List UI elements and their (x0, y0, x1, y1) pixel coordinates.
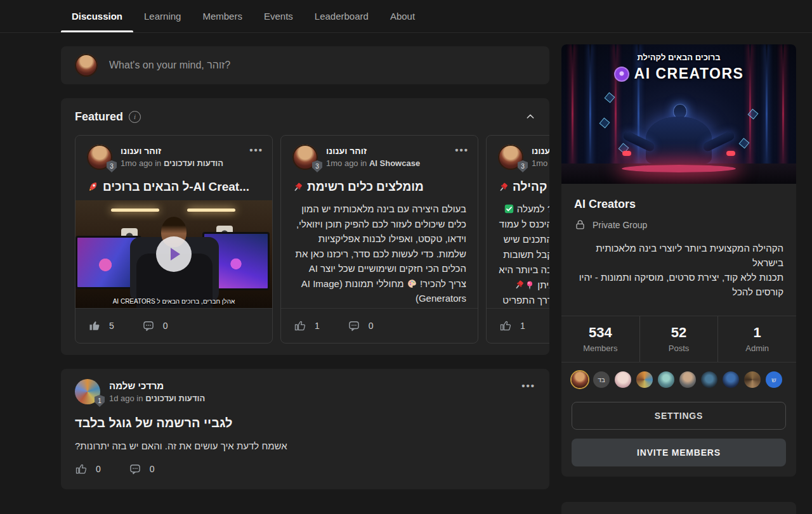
check-icon (504, 203, 514, 214)
like-button[interactable]: 1 (294, 319, 320, 332)
post-composer[interactable]: What's on your mind, זוהר? (61, 46, 549, 84)
stat-posts[interactable]: 52 Posts (639, 316, 718, 362)
comment-count: 0 (163, 321, 168, 331)
member-avatar[interactable]: ש (766, 371, 782, 388)
banner-welcome-text: ברוכים הבאים לקהילת (561, 53, 796, 62)
like-count: 1 (520, 321, 525, 331)
post-title: רשימתכליםמומלצים (281, 170, 478, 194)
stat-admins[interactable]: 1 Admin (717, 316, 796, 362)
member-avatar[interactable] (658, 371, 674, 388)
like-button[interactable]: 0 (75, 463, 101, 475)
post-menu-icon[interactable]: ••• (521, 380, 535, 391)
author-avatar: 3 (498, 145, 523, 170)
member-avatars-row: בדש (561, 363, 796, 397)
featured-header: Featured i (61, 98, 549, 135)
post-actions: 5 0 (75, 308, 272, 343)
featured-post-card[interactable]: 3 זוהר וענונו 1mo ago in AI Showcase •••… (280, 135, 478, 344)
post-title: לגביי הרשמה של גוגל בלבד (75, 416, 535, 430)
featured-cards-row: 3 זוהר וענונו 1mo ago in הודעות ועדכונים… (61, 135, 549, 344)
sidebar: ברוכים הבאים לקהילת AI CREATORS AI Creat… (561, 44, 796, 514)
post-meta: 1d ago in הודעות ועדכונים (109, 394, 205, 403)
tab-members[interactable]: Members (192, 0, 253, 32)
author-name: זוהר וענונו (121, 146, 223, 156)
top-nav: Discussion Learning Members Events Leade… (0, 0, 812, 33)
member-avatar[interactable] (701, 371, 717, 388)
post-header: 3 זוהר וענונו 1mo ago in AI Showcase ••• (281, 136, 478, 170)
post-header: 3 זוהר וענונו 1mo ago in (487, 136, 549, 170)
feed-column: What's on your mind, זוהר? Featured i 3 (61, 33, 549, 489)
post-meta: 1mo ago in (532, 158, 549, 168)
group-banner-image: ברוכים הבאים לקהילת AI CREATORS (561, 44, 796, 184)
comment-count: 0 (150, 464, 155, 474)
community-page: Discussion Learning Members Events Leade… (0, 0, 812, 514)
post-actions: 1 (487, 308, 549, 343)
group-privacy: Private Group (561, 211, 796, 231)
tab-leaderboard[interactable]: Leaderboard (304, 0, 379, 32)
privacy-label: Private Group (593, 220, 647, 230)
settings-button[interactable]: SETTINGS (572, 402, 786, 430)
post-title: קהילה (487, 170, 549, 194)
post-category[interactable]: AI Showcase (369, 158, 420, 168)
post-menu-icon[interactable]: ••• (455, 145, 469, 155)
post-header: 3 זוהר וענונו 1mo ago in הודעות ועדכונים… (75, 136, 272, 170)
tab-discussion[interactable]: Discussion (61, 0, 133, 32)
featured-post-card[interactable]: 3 זוהר וענונו 1mo ago in קהילה למעלה ?הי… (486, 135, 549, 344)
post-card[interactable]: 1 מרדכי שלמה 1d ago in הודעות ועדכונים •… (61, 369, 549, 489)
member-avatar[interactable] (744, 371, 761, 388)
leaderboard-card: Leaderboard (30-days) (561, 502, 796, 514)
comment-button[interactable]: 0 (348, 319, 374, 332)
banner-group-name: AI CREATORS (634, 65, 744, 82)
info-icon[interactable]: i (129, 111, 141, 123)
post-category[interactable]: הודעות ועדכונים (145, 394, 205, 403)
comment-button[interactable]: 0 (129, 463, 155, 475)
like-button[interactable]: 5 (88, 319, 114, 332)
group-card: ברוכים הבאים לקהילת AI CREATORS AI Creat… (561, 44, 796, 477)
post-title: ברוכיםהבאיםל-AICreat... (75, 170, 272, 194)
pin-icon (514, 279, 525, 290)
author-avatar: 3 (292, 145, 318, 170)
post-category[interactable]: הודעות ועדכונים (164, 158, 223, 168)
member-avatar[interactable]: בד (593, 371, 610, 388)
like-count: 0 (96, 464, 101, 474)
member-avatar[interactable] (723, 371, 739, 388)
pin2-icon (525, 280, 535, 290)
pin-icon (292, 182, 303, 193)
rocket-icon (87, 181, 99, 193)
like-count: 5 (109, 321, 114, 331)
user-avatar (75, 54, 98, 77)
featured-section: Featured i 3 זוהר וענונו 1mo ago in הו (61, 98, 549, 355)
video-caption: אהלן חברים, ברוכים הבאים ל AI CREATORS (75, 298, 272, 305)
author-name: מרדכי שלמה (109, 380, 205, 391)
tab-learning[interactable]: Learning (133, 0, 192, 32)
post-header: 1 מרדכי שלמה 1d ago in הודעות ועדכונים •… (75, 379, 535, 404)
play-button[interactable] (156, 236, 192, 272)
author-avatar: 3 (87, 145, 112, 170)
comment-button[interactable]: 0 (142, 319, 168, 332)
author-avatar: 1 (75, 379, 100, 404)
post-menu-icon[interactable]: ••• (249, 145, 263, 155)
post-body: בעולם היצירה עם בינה מלאכותית יש המון כל… (281, 194, 478, 306)
chevron-up-icon[interactable] (525, 112, 535, 122)
lock-icon (574, 219, 586, 231)
member-avatar[interactable] (636, 371, 653, 388)
studio-light (187, 209, 235, 212)
like-count: 1 (315, 321, 320, 331)
featured-post-card[interactable]: 3 זוהר וענונו 1mo ago in הודעות ועדכונים… (75, 135, 273, 344)
tab-events[interactable]: Events (253, 0, 304, 32)
member-avatar[interactable] (679, 371, 696, 388)
author-name: זוהר וענונו (326, 146, 420, 156)
group-name: AI Creators (561, 184, 796, 211)
member-avatar[interactable] (572, 371, 588, 388)
post-body: למעלה ?היכנס ל עמודהתכנים שישקבל תשובותב… (498, 202, 549, 308)
member-avatar[interactable] (615, 371, 631, 388)
group-stats: 534 Members 52 Posts 1 Admin (561, 316, 796, 363)
invite-members-button[interactable]: INVITE MEMBERS (572, 439, 786, 466)
pin-icon (498, 182, 509, 193)
featured-title: Featured (75, 110, 123, 124)
palette-icon (407, 278, 417, 289)
like-button[interactable]: 1 (499, 319, 525, 332)
studio-light (111, 209, 159, 212)
video-thumbnail[interactable]: אהלן חברים, ברוכים הבאים ל AI CREATORS (75, 200, 272, 308)
tab-about[interactable]: About (379, 0, 426, 32)
stat-members[interactable]: 534 Members (561, 316, 639, 362)
